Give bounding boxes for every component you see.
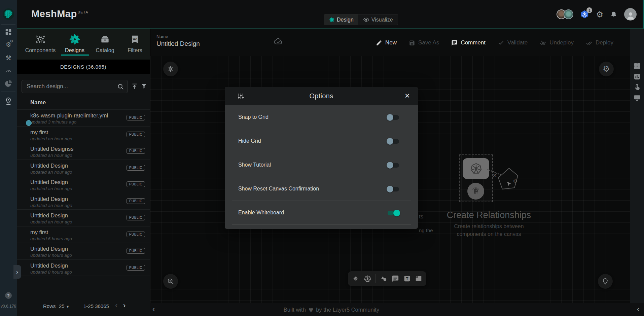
pencil-icon xyxy=(376,40,382,46)
save-as-button[interactable]: Save As xyxy=(409,39,439,46)
meshmap-spiral-icon xyxy=(329,17,335,23)
design-list-item[interactable]: k8s-wasm-plugin-ratelimiter.ymlupdated 3… xyxy=(17,109,150,126)
built-with-credit: Built with ♥ by the Layer5 Community xyxy=(284,303,379,316)
hidden-card-fragment: ts xyxy=(419,213,423,220)
hidden-card-fragment: ng the xyxy=(419,227,433,233)
double-check-strike-icon xyxy=(540,39,546,46)
show-reset-canvas-confirmation-toggle[interactable] xyxy=(388,187,399,191)
settings-gear-icon[interactable]: ⚙ xyxy=(596,10,603,19)
show-tutorial-toggle[interactable] xyxy=(388,163,399,168)
configuration-tools-icon[interactable]: ⚒ xyxy=(0,54,17,62)
interaction-hand-icon[interactable] xyxy=(630,83,644,91)
design-name-input[interactable] xyxy=(156,39,272,48)
kubernetes-node-icon xyxy=(463,158,489,179)
mode-toggle: Design Visualize xyxy=(324,14,398,25)
design-list-item[interactable]: my firstupdated an hour ago PUBLIC xyxy=(17,126,150,143)
performance-gauge-icon[interactable] xyxy=(0,67,17,75)
option-row: Snap to Grid xyxy=(232,105,411,129)
collaborator-avatar[interactable] xyxy=(564,9,573,19)
tab-catalog[interactable]: Catalog xyxy=(89,33,121,54)
designs-list: k8s-wasm-plugin-ratelimiter.ymlupdated 3… xyxy=(17,109,150,276)
new-design-button[interactable]: New xyxy=(376,39,397,46)
help-icon[interactable]: ? xyxy=(5,292,12,299)
hide-grid-toggle[interactable] xyxy=(388,139,399,144)
design-list-item[interactable]: Untitled Designssupdated an hour ago PUB… xyxy=(17,143,150,160)
close-icon[interactable]: × xyxy=(405,90,410,101)
dock-comment-icon[interactable] xyxy=(392,275,399,282)
tutorial-description: Create relationships between xyxy=(454,223,524,230)
canvas-toolbar: New Save As Comment Validate Undeploy De… xyxy=(376,39,613,46)
previous-page-button[interactable]: ‹ xyxy=(115,301,117,310)
import-design-icon[interactable] xyxy=(131,83,138,90)
dock-shapes-icon[interactable] xyxy=(380,275,388,283)
design-mode-button[interactable]: Design xyxy=(324,14,358,25)
dashboard-icon[interactable] xyxy=(0,28,17,36)
visualize-mode-button[interactable]: Visualize xyxy=(358,14,398,25)
header-right-cluster: 1 ⚙ xyxy=(557,0,637,29)
list-pagination: Rows 25 ▼ 1-25 36065 ‹ › xyxy=(17,299,150,314)
rows-per-page-select[interactable]: 25 ▼ xyxy=(59,303,70,309)
panel-tabs: Components Designs Catalog WA Filters xyxy=(17,29,150,60)
tutorial-title: Create Relationships xyxy=(447,210,531,220)
double-check-icon xyxy=(586,39,593,46)
designs-count-header: DESIGNS (36,065) xyxy=(17,60,150,74)
dock-text-tool-icon[interactable]: T xyxy=(403,275,411,282)
design-list-item[interactable]: Untitled Designupdated an hour ago PUBLI… xyxy=(17,193,150,210)
visibility-badge: PUBLIC xyxy=(127,248,145,254)
expand-rail-chevron[interactable]: › xyxy=(13,265,21,279)
notifications-bell-icon[interactable] xyxy=(610,11,617,18)
search-icon xyxy=(117,83,124,90)
collaborator-avatars[interactable] xyxy=(557,9,573,19)
wasm-filters-icon: WA xyxy=(119,33,151,46)
collapse-right-chevron[interactable]: ‹ xyxy=(637,305,639,314)
lifecycle-gears-icon[interactable]: ⚙⚙ xyxy=(0,41,17,49)
dock-media-icon[interactable] xyxy=(415,275,422,282)
rail-divider xyxy=(1,114,15,114)
chart-panel-icon[interactable] xyxy=(630,73,644,80)
validate-button[interactable]: Validate xyxy=(498,39,528,46)
next-page-button[interactable]: › xyxy=(123,301,126,310)
collapse-left-chevron[interactable]: ‹ xyxy=(152,305,155,314)
designs-panel: Components Designs Catalog WA Filters xyxy=(17,29,150,316)
beta-tag: BETA xyxy=(78,10,88,14)
screen-share-icon[interactable] xyxy=(630,94,644,102)
visibility-badge: PUBLIC xyxy=(127,132,145,137)
dock-components-icon[interactable] xyxy=(352,275,359,282)
canvas-layout-wheel-button[interactable] xyxy=(163,62,178,76)
undeploy-button[interactable]: Undeploy xyxy=(540,39,574,46)
visibility-badge: PUBLIC xyxy=(127,148,145,154)
option-row: Show Tutorial xyxy=(232,153,411,177)
tab-designs[interactable]: Designs xyxy=(59,33,91,54)
components-grid-icon[interactable] xyxy=(630,62,644,70)
design-list-item[interactable]: Untitled Designupdated an hour ago PUBLI… xyxy=(17,176,150,193)
filter-funnel-icon[interactable] xyxy=(141,83,147,90)
dock-kubernetes-icon[interactable] xyxy=(364,275,371,283)
kubernetes-context-icon[interactable]: 1 xyxy=(580,10,589,19)
canvas-options-gear-button[interactable]: ⚙ xyxy=(599,62,614,76)
search-design-input[interactable] xyxy=(27,80,117,93)
search-box xyxy=(22,80,128,93)
cloud-saved-icon[interactable] xyxy=(274,38,283,45)
zoom-tool-button[interactable] xyxy=(163,274,178,289)
shapes-droplet-button[interactable] xyxy=(598,274,613,289)
deploy-button[interactable]: Deploy xyxy=(586,39,613,46)
design-list-item[interactable]: my firstupdated 6 hours ago PUBLIC xyxy=(17,226,150,243)
meshmap-pin-icon[interactable] xyxy=(0,97,17,106)
tab-filters[interactable]: WA Filters xyxy=(119,33,151,54)
tab-components[interactable]: Components xyxy=(24,33,57,54)
layer5-logo-icon[interactable] xyxy=(2,8,14,20)
bottom-bar: ‹ Built with ♥ by the Layer5 Community ‹ xyxy=(150,303,644,316)
user-profile-avatar[interactable] xyxy=(624,8,637,21)
visibility-badge: PUBLIC xyxy=(127,115,145,120)
comment-button[interactable]: Comment xyxy=(451,39,486,46)
name-column-header: Name xyxy=(30,99,46,106)
design-list-item[interactable]: Untitled Designupdated an hour ago PUBLI… xyxy=(17,160,150,176)
components-circuit-icon xyxy=(24,33,57,46)
snap-to-grid-toggle[interactable] xyxy=(388,115,399,120)
context-count-badge: 1 xyxy=(586,7,592,13)
enable-whiteboard-toggle[interactable] xyxy=(388,211,399,215)
design-list-item[interactable]: Untitled Designupdated an hour ago PUBLI… xyxy=(17,209,150,226)
design-list-item[interactable]: Untitled Designupdated 8 hours ago PUBLI… xyxy=(17,259,150,276)
extensions-pie-icon[interactable] xyxy=(0,79,17,87)
design-list-item[interactable]: Untitled Designupdated 8 hours ago PUBLI… xyxy=(17,243,150,259)
